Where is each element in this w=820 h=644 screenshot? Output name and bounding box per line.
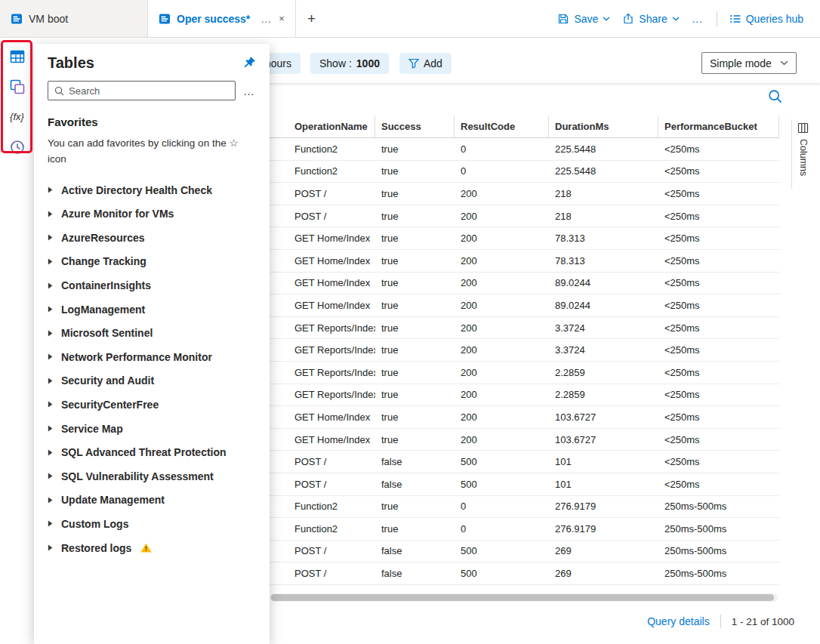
table-group-item[interactable]: Active Directory Health Check — [48, 178, 256, 202]
table-group-item[interactable]: Security and Audit — [48, 369, 256, 393]
table-cell: <250ms — [658, 339, 779, 361]
table-group-item[interactable]: Service Map — [48, 417, 256, 441]
table-group-item[interactable]: Azure Monitor for VMs — [48, 202, 256, 226]
table-group-item[interactable]: SQL Advanced Threat Protection — [48, 440, 256, 464]
search-input[interactable] — [69, 85, 229, 97]
query-details-link[interactable]: Query details — [647, 615, 709, 627]
table-group-item[interactable]: Network Performance Monitor — [48, 345, 256, 369]
table-row[interactable]: GET Home/Indextrue200103.6727<250ms — [270, 406, 779, 429]
tab-vm-boot[interactable]: VM boot — [0, 0, 148, 37]
query-history-icon[interactable] — [8, 137, 27, 156]
table-row[interactable]: GET Reports/Indextrue2003.3724<250ms — [270, 317, 779, 340]
column-header[interactable]: DurationMs — [549, 116, 658, 138]
table-group-item[interactable]: Custom Logs — [48, 512, 256, 536]
queries-hub-button[interactable]: Queries hub — [729, 13, 803, 25]
table-group-item[interactable]: Update Management — [48, 488, 256, 513]
table-cell: <250ms — [658, 317, 779, 339]
table-group-item[interactable]: SQL Vulnerability Assessment — [48, 464, 256, 488]
favorites-heading: Favorites — [48, 116, 256, 128]
table-row[interactable]: GET Home/Indextrue20089.0244<250ms — [270, 294, 779, 317]
chevron-right-icon — [48, 353, 54, 360]
table-group-item[interactable]: Change Tracking — [48, 250, 256, 274]
table-cell: true — [375, 406, 455, 428]
command-bar-divider — [717, 11, 717, 26]
table-cell: 0 — [455, 518, 549, 540]
pin-icon[interactable] — [244, 56, 256, 70]
table-row[interactable]: GET Reports/Indextrue2003.3724<250ms — [270, 339, 779, 362]
table-cell: 200 — [455, 406, 549, 428]
table-cell: true — [375, 518, 455, 540]
table-row[interactable]: Function2true0276.9179250ms-500ms — [270, 496, 779, 519]
table-group-label: Service Map — [61, 423, 123, 435]
table-cell: 250ms-500ms — [658, 541, 779, 562]
show-label: Show : — [319, 57, 352, 69]
table-group-item[interactable]: Restored logs — [48, 536, 256, 560]
chevron-right-icon — [48, 401, 54, 408]
tables-icon[interactable] — [8, 47, 27, 66]
column-header[interactable]: Success — [375, 116, 455, 138]
tab-close-icon[interactable]: × — [279, 13, 285, 24]
table-row[interactable]: Function2true0225.5448<250ms — [270, 161, 779, 183]
table-group-label: Change Tracking — [61, 255, 146, 267]
tab-oper-success[interactable]: Oper success* … × — [148, 0, 296, 37]
table-group-item[interactable]: Microsoft Sentinel — [48, 321, 256, 345]
table-row[interactable]: POST /false500269250ms-500ms — [270, 541, 779, 563]
results-search-icon[interactable] — [768, 89, 782, 106]
columns-pane-toggle[interactable]: Columns — [791, 119, 814, 189]
table-row[interactable]: GET Home/Indextrue20078.313<250ms — [270, 250, 779, 273]
table-group-item[interactable]: AzureResources — [48, 226, 256, 250]
mode-dropdown[interactable]: Simple mode — [701, 52, 797, 74]
table-cell: 269 — [549, 562, 658, 584]
table-row[interactable]: POST /true200218<250ms — [270, 183, 779, 205]
save-button[interactable]: Save — [557, 13, 610, 25]
table-row[interactable]: GET Reports/Indextrue2002.2859<250ms — [270, 384, 779, 407]
table-group-item[interactable]: LogManagement — [48, 297, 256, 322]
table-row[interactable]: POST /true200218<250ms — [270, 205, 779, 228]
new-tab-button[interactable]: + — [296, 0, 327, 37]
column-header[interactable]: PerformanceBucket — [658, 116, 779, 138]
table-group-label: Restored logs — [61, 542, 131, 554]
add-label: Add — [424, 57, 442, 69]
table-group-label: SecurityCenterFree — [61, 399, 159, 411]
table-row[interactable]: GET Home/Indextrue20078.313<250ms — [270, 227, 779, 250]
table-cell: <250ms — [658, 429, 779, 451]
column-header[interactable]: OperationName — [270, 116, 375, 138]
table-cell: 103.6727 — [549, 429, 658, 451]
table-row[interactable]: POST /false500101<250ms — [270, 473, 779, 496]
column-header[interactable]: ResultCode — [455, 116, 549, 138]
scrollbar-thumb[interactable] — [271, 594, 774, 601]
horizontal-scrollbar[interactable] — [270, 593, 778, 602]
more-commands-icon[interactable]: … — [692, 12, 704, 25]
add-filter-pill[interactable]: Add — [399, 53, 452, 74]
queries-icon[interactable] — [8, 77, 27, 96]
chevron-down-icon — [672, 17, 680, 21]
logs-icon — [159, 13, 171, 25]
tab-more-icon[interactable]: … — [260, 13, 271, 25]
table-cell: <250ms — [658, 294, 779, 316]
table-row[interactable]: GET Home/Indextrue20089.0244<250ms — [270, 273, 779, 295]
table-cell: true — [375, 429, 455, 451]
share-label: Share — [639, 13, 667, 25]
table-group-item[interactable]: SecurityCenterFree — [48, 393, 256, 417]
table-cell: true — [375, 339, 455, 361]
table-row[interactable]: POST /false500269250ms-500ms — [270, 562, 779, 585]
queries-hub-icon — [729, 13, 741, 25]
top-bar: VM boot Oper success* … × + Save Share — [0, 0, 820, 38]
table-row[interactable]: POST /false500101<250ms — [270, 451, 779, 473]
table-row[interactable]: Function2true0276.9179250ms-500ms — [270, 518, 779, 541]
chevron-right-icon — [48, 377, 54, 384]
table-cell: 2.2859 — [549, 384, 658, 406]
table-row[interactable]: Function2true0225.5448<250ms — [270, 138, 779, 161]
show-limit-pill[interactable]: Show : 1000 — [310, 53, 389, 74]
share-button[interactable]: Share — [622, 13, 679, 25]
functions-icon[interactable]: {fx} — [8, 107, 27, 126]
search-box[interactable] — [48, 81, 236, 100]
table-cell: GET Home/Index — [270, 429, 375, 451]
table-row[interactable]: GET Reports/Indextrue2002.2859<250ms — [270, 362, 779, 384]
table-group-label: ContainerInsights — [61, 279, 151, 291]
table-row[interactable]: GET Home/Indextrue200103.6727<250ms — [270, 429, 779, 451]
table-cell: false — [375, 541, 455, 562]
table-cell: 200 — [455, 362, 549, 384]
panel-more-icon[interactable]: … — [243, 85, 256, 97]
table-group-item[interactable]: ContainerInsights — [48, 273, 256, 297]
